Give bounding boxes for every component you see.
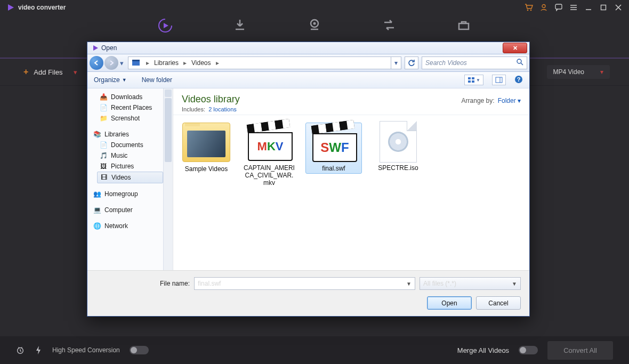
- svg-text:?: ?: [517, 76, 521, 83]
- add-files-dropdown[interactable]: ▾: [68, 64, 83, 79]
- app-window: video converter +: [0, 0, 629, 364]
- arrow-right-icon: [108, 59, 115, 67]
- refresh-icon: [408, 59, 415, 67]
- account-icon[interactable]: [539, 3, 548, 12]
- dialog-content: Videos library Includes: 2 locations Arr…: [173, 88, 529, 270]
- restore-icon[interactable]: [599, 3, 608, 12]
- sidebar-item-screenshot[interactable]: 📁Screnshot: [87, 113, 173, 124]
- homegroup-icon: 👥: [93, 190, 101, 198]
- breadcrumb-root-icon[interactable]: [128, 57, 144, 69]
- filter-value: All files (*.*): [423, 280, 456, 287]
- cancel-button[interactable]: Cancel: [476, 296, 521, 310]
- dialog-title-text: Open: [101, 44, 117, 52]
- organize-dropdown[interactable]: Organize▼: [94, 76, 127, 84]
- tab-convert[interactable]: [149, 18, 181, 36]
- open-button[interactable]: Open: [427, 296, 472, 310]
- chevron-down-icon: ▼: [122, 77, 127, 83]
- merge-label: Merge All Videos: [457, 346, 509, 354]
- file-item-folder[interactable]: Sample Videos: [180, 123, 233, 173]
- merge-toggle[interactable]: [519, 346, 538, 354]
- file-item-mkv[interactable]: MKV CAPTAIN_AMERICA_CIVIL_WAR.mkv: [243, 123, 296, 187]
- music-icon: 🎵: [99, 151, 108, 160]
- sidebar-item-music[interactable]: 🎵Music: [87, 150, 173, 161]
- svg-point-3: [542, 5, 545, 8]
- plus-icon: +: [23, 67, 28, 77]
- svg-point-22: [517, 59, 521, 63]
- output-format-dropdown[interactable]: MP4 Video ▾: [547, 65, 610, 79]
- view-mode-dropdown[interactable]: ▼: [464, 75, 483, 85]
- nav-forward-button[interactable]: [104, 56, 118, 70]
- chevron-down-icon: ▼: [512, 281, 517, 287]
- breadcrumb[interactable]: ▸ Libraries ▸ Videos ▸ ▾: [128, 56, 401, 69]
- sidebar-item-documents[interactable]: 📄Documents: [87, 140, 173, 150]
- brand-play-icon: [6, 3, 15, 12]
- search-input[interactable]: Search Videos: [422, 56, 527, 69]
- add-files-button[interactable]: + Add Files: [19, 65, 67, 79]
- svg-rect-20: [132, 61, 140, 66]
- sidebar-item-downloads[interactable]: 📥Downloads: [87, 92, 173, 102]
- help-button[interactable]: ?: [514, 75, 523, 85]
- nav-history-dropdown[interactable]: ▾: [118, 59, 125, 67]
- file-label: SPECTRE.iso: [372, 164, 425, 172]
- download-icon: [232, 18, 247, 33]
- file-item-iso[interactable]: SPECTRE.iso: [372, 123, 425, 172]
- iso-thumb-icon: [375, 123, 422, 161]
- app-titlebar: video converter: [0, 0, 629, 15]
- lightning-icon: [34, 346, 43, 354]
- library-locations-link[interactable]: 2 locations: [208, 106, 237, 112]
- tab-download[interactable]: [224, 18, 256, 35]
- picture-icon: 🖼: [99, 162, 108, 171]
- sidebar-item-videos[interactable]: 🎞Videos: [97, 172, 163, 183]
- chevron-down-icon: ▾: [600, 68, 603, 76]
- svg-marker-13: [164, 23, 168, 28]
- dialog-close-button[interactable]: ✕: [503, 43, 527, 53]
- app-brand: video converter: [6, 3, 66, 12]
- cart-icon[interactable]: [525, 3, 533, 12]
- file-type-filter[interactable]: All files (*.*) ▼: [420, 277, 521, 290]
- dialog-button-row: Open Cancel: [96, 296, 521, 310]
- dialog-body: 📥Downloads 📄Recent Places 📁Screnshot 📚Li…: [87, 88, 529, 270]
- file-name-value: final.swf: [198, 280, 221, 287]
- file-grid[interactable]: Sample Videos MKV CAPTAIN_AMERICA_CIVIL_…: [173, 115, 529, 270]
- svg-line-23: [521, 63, 523, 65]
- clock-icon[interactable]: [16, 346, 25, 354]
- close-icon[interactable]: [614, 3, 623, 12]
- sidebar-item-computer[interactable]: 💻Computer: [87, 205, 173, 215]
- breadcrumb-libraries[interactable]: Libraries: [151, 57, 182, 69]
- breadcrumb-videos[interactable]: Videos: [188, 57, 214, 69]
- file-label: CAPTAIN_AMERICA_CIVIL_WAR.mkv: [243, 164, 296, 187]
- svg-rect-28: [496, 77, 502, 83]
- svg-rect-25: [472, 77, 474, 79]
- svg-rect-26: [468, 80, 471, 83]
- preview-pane-button[interactable]: [492, 75, 506, 85]
- titlebar-right: [525, 3, 623, 12]
- sidebar-item-network[interactable]: 🌐Network: [87, 221, 173, 231]
- new-folder-button[interactable]: New folder: [142, 76, 172, 84]
- folder-icon: 📁: [99, 114, 108, 123]
- file-name-input[interactable]: final.swf ▼: [194, 277, 415, 290]
- nav-back-button[interactable]: [90, 56, 103, 70]
- file-item-swf[interactable]: SWF final.swf: [305, 123, 362, 174]
- arrange-by-dropdown[interactable]: Folder ▾: [498, 97, 521, 104]
- sidebar-item-homegroup[interactable]: 👥Homegroup: [87, 189, 173, 199]
- menu-icon[interactable]: [569, 3, 578, 12]
- sidebar-item-pictures[interactable]: 🖼Pictures: [87, 161, 173, 172]
- sidebar-scrollbar[interactable]: [163, 88, 173, 270]
- high-speed-toggle[interactable]: [130, 346, 149, 354]
- breadcrumb-sep-icon: ▸: [144, 59, 151, 67]
- tab-record[interactable]: [299, 18, 330, 35]
- tab-transfer[interactable]: [373, 18, 405, 35]
- swf-thumb-icon: SWF: [311, 124, 357, 161]
- convert-icon: [157, 18, 173, 34]
- breadcrumb-dropdown[interactable]: ▾: [391, 57, 401, 69]
- minimize-icon[interactable]: [584, 3, 593, 12]
- chat-icon[interactable]: [554, 3, 563, 12]
- dialog-toolbar: Organize▼ New folder ▼ ?: [87, 72, 529, 88]
- file-label: final.swf: [307, 165, 360, 172]
- sidebar-item-recent[interactable]: 📄Recent Places: [87, 102, 173, 113]
- refresh-button[interactable]: [405, 56, 418, 69]
- file-name-label: File name:: [160, 280, 190, 287]
- sidebar-item-libraries[interactable]: 📚Libraries: [87, 129, 173, 140]
- tab-toolbox[interactable]: [448, 18, 480, 35]
- convert-all-button[interactable]: Convert All: [547, 341, 613, 360]
